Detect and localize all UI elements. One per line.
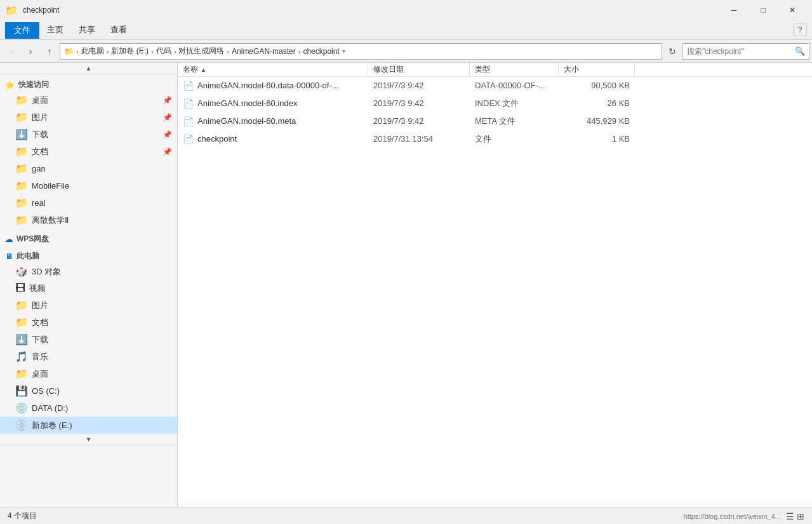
tab-file[interactable]: 文件 xyxy=(5,22,39,39)
sidebar-item-mobilefile[interactable]: 📁 MobileFile xyxy=(0,177,177,194)
sort-arrow-name: ▲ xyxy=(201,67,206,73)
back-button[interactable]: ‹ xyxy=(3,43,20,60)
file-list: 📄 AnimeGAN.model-60.data-00000-of-... 20… xyxy=(178,77,812,507)
sidebar-item-label: 文档 xyxy=(32,146,48,158)
folder-icon: 📁 xyxy=(15,163,28,175)
sidebar-item-pictures-pc[interactable]: 📁 图片 xyxy=(0,297,177,314)
sidebar-item-video[interactable]: 🎞 视频 xyxy=(0,280,177,297)
col-type-header[interactable]: 类型 xyxy=(470,63,559,77)
sidebar-item-3d[interactable]: 🎲 3D 对象 xyxy=(0,263,177,280)
video-icon: 🎞 xyxy=(15,283,25,294)
table-row[interactable]: 📄 AnimeGAN.model-60.data-00000-of-... 20… xyxy=(178,77,812,95)
sidebar-item-music[interactable]: 🎵 音乐 xyxy=(0,348,177,365)
sidebar-item-label: DATA (D:) xyxy=(32,403,68,413)
sidebar-item-documents-pc[interactable]: 📁 文档 xyxy=(0,314,177,331)
wps-header[interactable]: ☁ WPS网盘 xyxy=(0,230,177,246)
folder-icon: 📁 xyxy=(15,180,28,192)
pc-label: 此电脑 xyxy=(17,251,39,262)
table-row[interactable]: 📄 checkpoint 2019/7/31 13:54 文件 1 KB xyxy=(178,130,812,148)
sidebar-item-label: OS (C:) xyxy=(32,386,60,396)
file-size-cell: 445,929 KB xyxy=(559,116,635,126)
file-type-cell: INDEX 文件 xyxy=(470,98,559,109)
threed-icon: 🎲 xyxy=(15,265,28,278)
minimize-button[interactable]: ─ xyxy=(719,0,749,20)
tab-home[interactable]: 主页 xyxy=(39,22,71,38)
maximize-button[interactable]: □ xyxy=(749,0,778,20)
sidebar-item-label: gan xyxy=(32,164,46,173)
file-type-cell: 文件 xyxy=(470,133,559,145)
sidebar-item-gan[interactable]: 📁 gan xyxy=(0,160,177,177)
drive-c-icon: 💾 xyxy=(15,385,28,397)
col-name-label: 名称 xyxy=(183,64,198,75)
path-animegan[interactable]: AnimeGAN-master xyxy=(232,47,296,56)
path-gan[interactable]: 对抗生成网络 xyxy=(178,46,224,57)
col-size-label: 大小 xyxy=(564,64,579,75)
refresh-button[interactable]: ↻ xyxy=(663,43,681,60)
up-button[interactable]: ↑ xyxy=(41,43,58,60)
sidebar-item-os-c[interactable]: 💾 OS (C:) xyxy=(0,382,177,400)
cloud-icon: ☁ xyxy=(5,235,13,244)
file-name-cell: 📄 checkpoint xyxy=(178,134,368,144)
col-size-header[interactable]: 大小 xyxy=(559,63,635,77)
file-size-cell: 1 KB xyxy=(559,134,635,144)
path-checkpoint[interactable]: checkpoint xyxy=(303,47,339,56)
window-title: checkpoint xyxy=(23,6,59,15)
sidebar-item-desktop-pc[interactable]: 📁 桌面 xyxy=(0,365,177,382)
path-drive[interactable]: 新加卷 (E:) xyxy=(111,46,149,57)
path-pc[interactable]: 此电脑 xyxy=(81,46,104,57)
file-icon: 📄 xyxy=(183,116,194,126)
sidebar-item-documents-quick[interactable]: 📁 文档 📌 xyxy=(0,143,177,160)
sidebar-item-new-volume-e[interactable]: 💿 新加卷 (E:) xyxy=(0,417,177,434)
table-row[interactable]: 📄 AnimeGAN.model-60.meta 2019/7/3 9:42 M… xyxy=(178,112,812,130)
file-name-cell: 📄 AnimeGAN.model-60.index xyxy=(178,98,368,109)
file-name-text: AnimeGAN.model-60.meta xyxy=(197,116,296,126)
sidebar-item-label: 音乐 xyxy=(32,351,48,363)
table-row[interactable]: 📄 AnimeGAN.model-60.index 2019/7/3 9:42 … xyxy=(178,95,812,112)
sidebar-item-label: 图片 xyxy=(32,112,48,123)
tab-view[interactable]: 查看 xyxy=(103,22,135,38)
sidebar-item-label: MobileFile xyxy=(32,181,69,191)
ribbon: 文件 主页 共享 查看 ? xyxy=(0,20,812,40)
file-name-text: checkpoint xyxy=(197,134,237,144)
sidebar-item-downloads-quick[interactable]: ⬇️ 下载 📌 xyxy=(0,126,177,143)
close-button[interactable]: ✕ xyxy=(778,0,807,20)
main-layout: ▲ ⭐ 快速访问 📁 桌面 📌 📁 图片 📌 ⬇️ 下载 📌 📁 文档 📌 📁 xyxy=(0,63,812,507)
pin-icon: 📌 xyxy=(163,147,172,156)
quick-access-header[interactable]: ⭐ 快速访问 xyxy=(0,76,177,91)
file-name-text: AnimeGAN.model-60.data-00000-of-... xyxy=(197,81,339,90)
col-name-header[interactable]: 名称 ▲ xyxy=(178,63,368,77)
sidebar-item-label: 下载 xyxy=(32,334,48,346)
search-icon[interactable]: 🔍 xyxy=(795,46,805,56)
file-size-cell: 90,500 KB xyxy=(559,81,635,90)
sidebar-item-discrete-math[interactable]: 📁 离散数学Ⅱ xyxy=(0,212,177,229)
search-box[interactable]: 🔍 xyxy=(682,43,809,60)
sidebar-item-label: 下载 xyxy=(32,129,48,140)
pin-icon: 📌 xyxy=(163,130,172,139)
pin-icon: 📌 xyxy=(163,96,172,105)
sidebar-item-downloads-pc[interactable]: ⬇️ 下载 xyxy=(0,331,177,348)
path-code[interactable]: 代码 xyxy=(156,46,171,57)
url-hint: https://blog.csdn.net/weixin_4... xyxy=(684,513,781,520)
title-bar-icons: 📁 xyxy=(5,4,18,17)
file-icon: 📄 xyxy=(183,81,194,91)
sidebar-scroll-up[interactable]: ▲ xyxy=(0,63,177,74)
col-date-header[interactable]: 修改日期 xyxy=(368,63,470,77)
help-button[interactable]: ? xyxy=(793,24,807,36)
sidebar-item-data-d[interactable]: 💿 DATA (D:) xyxy=(0,400,177,417)
folder-icon: 📁 xyxy=(15,94,28,106)
sidebar-item-desktop-quick[interactable]: 📁 桌面 📌 xyxy=(0,91,177,109)
file-date-cell: 2019/7/3 9:42 xyxy=(368,81,470,90)
status-bar: 4 个项目 https://blog.csdn.net/weixin_4... … xyxy=(0,507,812,524)
search-input[interactable] xyxy=(687,47,792,56)
address-path[interactable]: 📁 › 此电脑 › 新加卷 (E:) › 代码 › 对抗生成网络 › Anime… xyxy=(60,43,662,60)
tab-share[interactable]: 共享 xyxy=(71,22,103,38)
forward-button[interactable]: › xyxy=(22,43,39,60)
pc-header[interactable]: 🖥 此电脑 xyxy=(0,247,177,263)
file-name-cell: 📄 AnimeGAN.model-60.data-00000-of-... xyxy=(178,81,368,91)
sidebar-item-real[interactable]: 📁 real xyxy=(0,194,177,212)
ribbon-tabs: 文件 主页 共享 查看 ? xyxy=(0,20,812,39)
view-list-icon[interactable]: ☰ xyxy=(786,511,794,521)
sidebar-scroll-down[interactable]: ▼ xyxy=(0,434,177,445)
sidebar-item-pictures-quick[interactable]: 📁 图片 📌 xyxy=(0,109,177,126)
view-grid-icon[interactable]: ⊞ xyxy=(797,511,804,521)
